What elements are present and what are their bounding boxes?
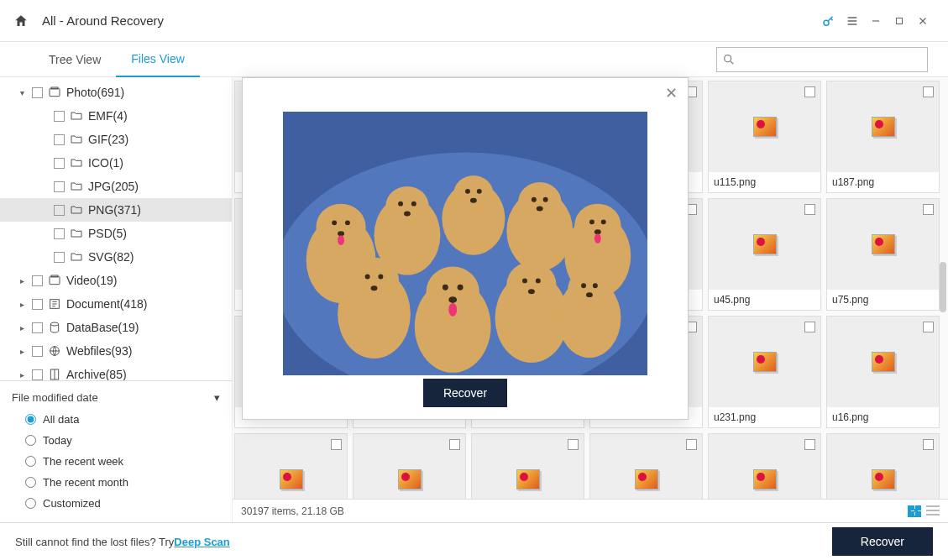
status-text: 30197 items, 21.18 GB	[241, 505, 344, 517]
folder-icon	[70, 133, 83, 146]
checkbox[interactable]	[54, 252, 65, 263]
tree-item-emf[interactable]: EMF(4)	[0, 104, 232, 128]
svg-point-0	[824, 20, 829, 25]
file-thumbnail[interactable]: u75.png	[826, 198, 940, 311]
radio[interactable]	[25, 477, 36, 488]
checkbox[interactable]	[32, 346, 43, 357]
tab-tree-view[interactable]: Tree View	[34, 42, 116, 77]
checkbox[interactable]	[449, 439, 460, 450]
filter-option[interactable]: Customized	[12, 493, 220, 514]
checkbox[interactable]	[54, 111, 65, 122]
checkbox[interactable]	[32, 299, 43, 310]
checkbox[interactable]	[32, 275, 43, 286]
filter-option[interactable]: All data	[12, 409, 220, 430]
search-box[interactable]	[716, 47, 928, 72]
chevron-right-icon[interactable]: ▸	[17, 300, 27, 309]
tree-item-jpg[interactable]: JPG(205)	[0, 175, 232, 198]
folder-icon	[70, 156, 83, 170]
checkbox[interactable]	[923, 322, 934, 332]
tree-item-ico[interactable]: ICO(1)	[0, 151, 232, 175]
checkbox[interactable]	[54, 134, 65, 145]
tab-files-view[interactable]: Files View	[116, 42, 200, 77]
filter-option[interactable]: The recent month	[12, 472, 220, 493]
tree-item-gif[interactable]: GIF(23)	[0, 128, 232, 151]
chevron-right-icon[interactable]: ▸	[17, 347, 27, 356]
checkbox[interactable]	[32, 87, 43, 98]
file-thumbnail[interactable]: u187.png	[826, 81, 940, 193]
checkbox[interactable]	[804, 322, 815, 332]
radio[interactable]	[25, 498, 36, 509]
checkbox[interactable]	[54, 158, 65, 169]
close-icon[interactable]: ✕	[663, 85, 679, 102]
checkbox[interactable]	[686, 439, 697, 450]
radio[interactable]	[25, 456, 36, 467]
checkbox[interactable]	[54, 181, 65, 192]
maximize-button[interactable]	[888, 9, 911, 33]
tree-item-webfiles[interactable]: ▸Webfiles(93)	[0, 339, 232, 363]
checkbox[interactable]	[54, 228, 65, 239]
checkbox[interactable]	[54, 205, 65, 216]
file-thumbnail[interactable]	[353, 433, 466, 499]
tree-item-png[interactable]: PNG(371)	[0, 198, 232, 222]
file-thumbnail[interactable]	[471, 433, 584, 499]
checkbox[interactable]	[804, 86, 815, 97]
photo-category-icon	[48, 86, 61, 99]
tree-item-photo[interactable]: ▾ Photo(691)	[0, 81, 232, 104]
file-thumbnail[interactable]: u115.png	[708, 81, 821, 193]
checkbox[interactable]	[568, 439, 579, 450]
key-icon[interactable]	[817, 9, 841, 33]
filter-option[interactable]: Today	[12, 430, 220, 451]
checkbox[interactable]	[923, 439, 934, 450]
file-thumbnail[interactable]	[708, 433, 821, 499]
svg-point-43	[589, 219, 594, 224]
checkbox[interactable]	[923, 204, 934, 215]
recover-button[interactable]: Recover	[832, 527, 933, 556]
checkbox[interactable]	[804, 439, 815, 450]
list-view-icon[interactable]	[926, 505, 940, 517]
filter-header[interactable]: File modified date ▾	[12, 386, 220, 409]
checkbox[interactable]	[804, 204, 815, 215]
tree-item-psd[interactable]: PSD(5)	[0, 222, 232, 245]
preview-recover-button[interactable]: Recover	[423, 379, 507, 407]
chevron-right-icon[interactable]: ▸	[17, 370, 27, 379]
tree-item-database[interactable]: ▸DataBase(19)	[0, 316, 232, 339]
radio[interactable]	[25, 435, 36, 446]
file-thumbnail[interactable]	[589, 433, 703, 499]
radio[interactable]	[25, 414, 36, 425]
home-icon[interactable]	[13, 13, 29, 29]
file-thumbnail[interactable]	[234, 433, 348, 499]
chevron-down-icon[interactable]: ▾	[17, 88, 27, 97]
grid-view-icon[interactable]	[908, 505, 921, 517]
tree-item-document[interactable]: ▸Document(418)	[0, 292, 232, 316]
tree-item-video[interactable]: ▸Video(19)	[0, 269, 232, 292]
file-thumbnail[interactable]: u231.png	[708, 316, 821, 428]
tree-item-svg[interactable]: SVG(82)	[0, 245, 232, 269]
file-thumbnail[interactable]	[826, 433, 940, 499]
checkbox[interactable]	[923, 86, 934, 97]
file-thumbnail[interactable]: u45.png	[708, 198, 821, 311]
category-icon	[48, 274, 61, 287]
svg-point-59	[448, 303, 457, 317]
tree-item-archive[interactable]: ▸Archive(85)	[0, 363, 232, 380]
chevron-right-icon[interactable]: ▸	[17, 276, 27, 285]
deep-scan-link[interactable]: Deep Scan	[174, 536, 229, 548]
svg-point-47	[378, 274, 383, 279]
tree-label: PNG(371)	[88, 203, 141, 217]
thumbnail-image	[709, 434, 820, 499]
svg-point-35	[411, 201, 416, 207]
tree-label: Archive(85)	[66, 368, 127, 380]
search-input[interactable]	[739, 54, 922, 66]
checkbox[interactable]	[331, 439, 342, 450]
chevron-right-icon[interactable]: ▸	[17, 323, 27, 332]
filter-option[interactable]: The recent week	[12, 451, 220, 472]
scrollbar[interactable]	[940, 262, 946, 312]
filter-block: File modified date ▾ All dataTodayThe re…	[0, 380, 232, 522]
checkbox[interactable]	[32, 322, 43, 333]
menu-icon[interactable]	[841, 9, 864, 33]
minimize-button[interactable]	[864, 9, 888, 33]
checkbox[interactable]	[32, 369, 43, 380]
svg-point-52	[522, 278, 527, 283]
file-thumbnail[interactable]: u16.png	[826, 316, 940, 428]
image-placeholder-icon	[753, 469, 777, 489]
close-button[interactable]	[911, 9, 935, 33]
